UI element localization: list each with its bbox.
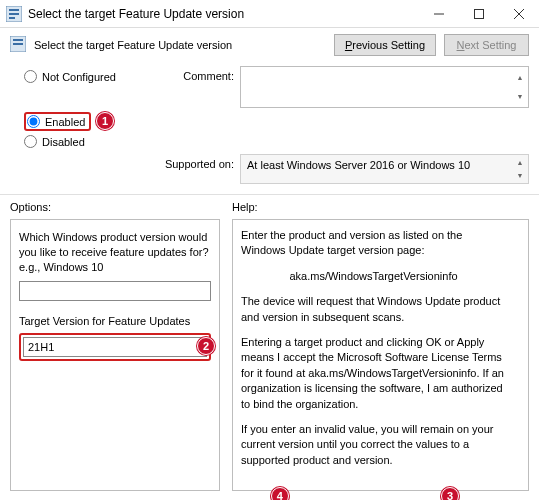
header-title: Select the target Feature Update version xyxy=(34,39,326,51)
svg-rect-3 xyxy=(9,17,15,19)
target-version-label: Target Version for Feature Updates xyxy=(19,315,211,327)
help-heading: Help: xyxy=(232,201,529,213)
config-area: Not Configured Comment: ▲▼ Enabled 1 Dis… xyxy=(0,60,539,195)
radio-label: Not Configured xyxy=(42,71,116,83)
help-panel: Enter the product and version as listed … xyxy=(232,219,529,491)
product-version-input[interactable] xyxy=(19,281,211,301)
options-panel: Which Windows product version would you … xyxy=(10,219,220,491)
maximize-button[interactable] xyxy=(459,0,499,28)
supported-on-box: At least Windows Server 2016 or Windows … xyxy=(240,154,529,184)
supported-spinner: ▲▼ xyxy=(513,156,527,182)
window-title: Select the target Feature Update version xyxy=(28,7,419,21)
minimize-button[interactable] xyxy=(419,0,459,28)
help-text-4: If you enter an invalid value, you will … xyxy=(241,422,506,468)
svg-rect-5 xyxy=(475,9,484,18)
target-version-input[interactable] xyxy=(23,337,207,357)
prev-label: revious Setting xyxy=(352,39,425,51)
svg-rect-10 xyxy=(13,43,23,45)
svg-rect-2 xyxy=(9,13,19,15)
annotation-1: 1 xyxy=(96,112,114,130)
app-icon xyxy=(6,6,22,22)
product-version-question: Which Windows product version would you … xyxy=(19,230,211,275)
header-icon xyxy=(10,36,26,54)
help-text-3: Entering a target product and clicking O… xyxy=(241,335,506,412)
radio-enabled[interactable]: Enabled 1 xyxy=(24,112,160,131)
annotation-4: 4 xyxy=(271,487,289,500)
annotation-2: 2 xyxy=(197,337,215,355)
comment-label: Comment: xyxy=(160,66,240,82)
supported-label: Supported on: xyxy=(160,154,240,170)
comment-textarea[interactable]: ▲▼ xyxy=(240,66,529,108)
annotation-3: 3 xyxy=(441,487,459,500)
help-text-2: The device will request that Windows Upd… xyxy=(241,294,506,325)
header-row: Select the target Feature Update version… xyxy=(0,28,539,60)
previous-setting-button[interactable]: Previous Setting xyxy=(334,34,436,56)
help-link: aka.ms/WindowsTargetVersioninfo xyxy=(241,269,506,284)
comment-spinner[interactable]: ▲▼ xyxy=(513,68,527,106)
options-heading: Options: xyxy=(10,201,220,213)
supported-text: At least Windows Server 2016 or Windows … xyxy=(247,159,470,171)
radio-label: Enabled xyxy=(45,116,85,128)
help-text-1: Enter the product and version as listed … xyxy=(241,228,506,259)
radio-disabled[interactable]: Disabled xyxy=(24,135,160,148)
next-setting-button: Next Setting xyxy=(444,34,529,56)
close-button[interactable] xyxy=(499,0,539,28)
svg-rect-9 xyxy=(13,39,23,41)
radio-label: Disabled xyxy=(42,136,85,148)
titlebar: Select the target Feature Update version xyxy=(0,0,539,28)
radio-not-configured[interactable]: Not Configured xyxy=(24,70,160,83)
svg-rect-1 xyxy=(9,9,19,11)
